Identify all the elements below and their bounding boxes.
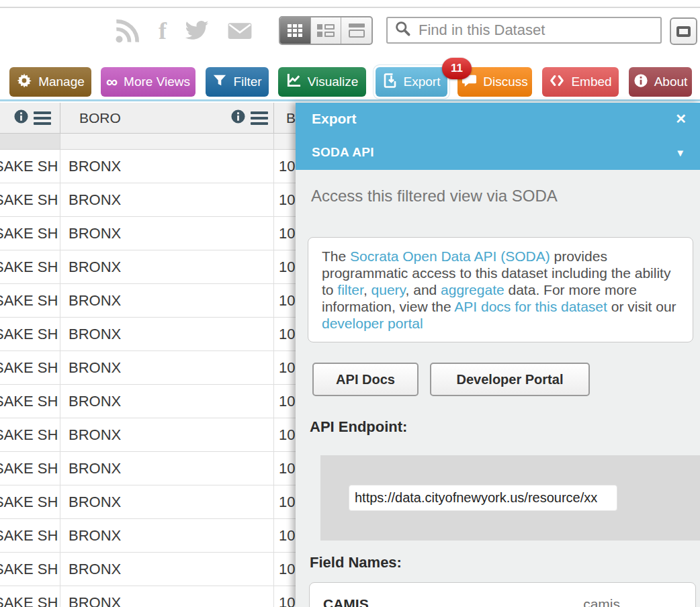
cell-dba[interactable]: SAKE SH (0, 418, 60, 451)
export-panel: Export ✕ SODA API ▼ Access this filtered… (296, 103, 700, 607)
cell-boro[interactable]: BRONX (60, 452, 274, 485)
export-download-icon (383, 73, 398, 92)
chart-icon (286, 73, 302, 91)
cell-dba[interactable]: SAKE SH (0, 318, 60, 351)
grid-view-button[interactable] (280, 17, 311, 44)
column-menu-icon[interactable] (34, 111, 51, 125)
view-toggle-group (279, 16, 373, 45)
description-text: , and (406, 282, 441, 297)
page-view-button[interactable] (341, 17, 371, 44)
chevron-down-icon: ▼ (675, 147, 685, 158)
rich-view-button[interactable] (311, 17, 342, 44)
cell-boro[interactable]: BRONX (60, 217, 274, 250)
fullscreen-button[interactable] (670, 17, 697, 45)
soda-api-section-header[interactable]: SODA API ▼ (296, 135, 700, 170)
cell-boro[interactable]: BRONX (60, 586, 274, 607)
column-header-icons (13, 109, 56, 127)
about-button[interactable]: About (629, 67, 692, 97)
cell-boro[interactable]: BRONX (60, 553, 274, 586)
cell-boro[interactable]: BRONX (60, 250, 274, 283)
column-info-icon[interactable] (230, 109, 246, 127)
filter-button[interactable]: Filter (206, 67, 269, 97)
fullscreen-icon (676, 26, 691, 37)
more-views-label: More Views (124, 75, 190, 89)
cell-boro[interactable]: BRONX (60, 485, 274, 518)
twitter-icon[interactable] (184, 20, 210, 42)
developer-portal-button[interactable]: Developer Portal (430, 363, 590, 396)
dataset-search (386, 17, 662, 44)
blank-cell (0, 134, 60, 149)
facebook-icon[interactable]: f (159, 17, 167, 44)
soda-api-title: SODA API (312, 145, 374, 160)
visualize-button[interactable]: Visualize (278, 67, 366, 97)
api-docs-link[interactable]: API docs for this dataset (454, 299, 607, 314)
export-panel-title: Export (312, 111, 357, 127)
column-label: BORO (79, 110, 121, 126)
aggregate-link[interactable]: aggregate (441, 282, 505, 297)
cell-dba[interactable]: SAKE SH (0, 183, 60, 216)
cell-dba[interactable]: SAKE SH (0, 217, 60, 250)
export-panel-header: Export ✕ (296, 103, 700, 135)
column-menu-icon[interactable] (251, 111, 268, 125)
search-icon (394, 20, 412, 40)
cell-dba[interactable]: SAKE SH (0, 351, 60, 384)
soda-api-link[interactable]: Socrata Open Data API (SODA) (350, 248, 550, 264)
info-icon (633, 73, 648, 91)
code-brackets-icon (549, 73, 565, 91)
export-label: Export (404, 75, 441, 89)
discuss-label: Discuss (483, 75, 528, 89)
cell-boro[interactable]: BRONX (60, 519, 274, 552)
cell-dba[interactable]: SAKE SH (0, 284, 60, 317)
visualize-label: Visualize (308, 75, 359, 89)
app-window: f Mana (0, 0, 700, 607)
soda-description-box: The Socrata Open Data API (SODA) provide… (308, 237, 693, 342)
filter-link[interactable]: filter (337, 282, 363, 297)
query-link[interactable]: query (371, 282, 406, 297)
cell-dba[interactable]: SAKE SH (0, 553, 60, 586)
soda-subtitle: Access this filtered view via SODA (311, 187, 558, 205)
developer-portal-link[interactable]: developer portal (322, 316, 423, 331)
cell-dba[interactable]: SAKE SH (0, 452, 60, 485)
cell-boro[interactable]: BRONX (60, 418, 274, 451)
about-label: About (654, 75, 688, 89)
cell-dba[interactable]: SAKE SH (0, 150, 60, 183)
cell-dba[interactable]: SAKE SH (0, 519, 60, 552)
description-text: , (363, 282, 371, 297)
description-text: or visit our (607, 299, 676, 314)
cell-boro[interactable]: BRONX (60, 385, 274, 418)
embed-button[interactable]: Embed (542, 67, 619, 97)
cell-dba[interactable]: SAKE SH (0, 586, 60, 607)
cell-dba[interactable]: SAKE SH (0, 385, 60, 418)
description-text: The (322, 248, 350, 264)
column-header-boro[interactable]: BORO (60, 103, 274, 133)
cell-boro[interactable]: BRONX (60, 183, 274, 216)
top-divider (0, 7, 700, 8)
field-names-label: Field Names: (310, 554, 402, 571)
grid-view-icon (288, 24, 302, 37)
infinity-icon: ∞ (106, 74, 118, 90)
manage-button[interactable]: Manage (9, 67, 91, 97)
column-info-icon[interactable] (13, 109, 29, 127)
cell-dba[interactable]: SAKE SH (0, 250, 60, 283)
export-button[interactable]: Export (376, 67, 447, 97)
column-header-dba[interactable] (0, 103, 60, 133)
api-docs-button[interactable]: API Docs (312, 363, 419, 396)
search-input[interactable] (419, 21, 654, 39)
cell-boro[interactable]: BRONX (60, 318, 274, 351)
column-header-icons (230, 109, 273, 127)
more-views-button[interactable]: ∞ More Views (101, 67, 195, 97)
email-icon[interactable] (227, 21, 253, 40)
page-view-icon (349, 24, 365, 38)
field-row: CAMIS camis (310, 583, 695, 607)
rss-icon[interactable] (114, 17, 141, 45)
cell-boro[interactable]: BRONX (60, 351, 274, 384)
api-endpoint-label: API Endpoint: (310, 418, 407, 436)
manage-label: Manage (38, 75, 85, 89)
cell-boro[interactable]: BRONX (60, 284, 274, 317)
cell-boro[interactable]: BRONX (60, 150, 274, 183)
share-icons: f (114, 15, 253, 47)
close-icon[interactable]: ✕ (675, 111, 687, 127)
rich-view-icon (317, 24, 335, 37)
api-endpoint-input[interactable] (349, 485, 617, 511)
cell-dba[interactable]: SAKE SH (0, 485, 60, 518)
